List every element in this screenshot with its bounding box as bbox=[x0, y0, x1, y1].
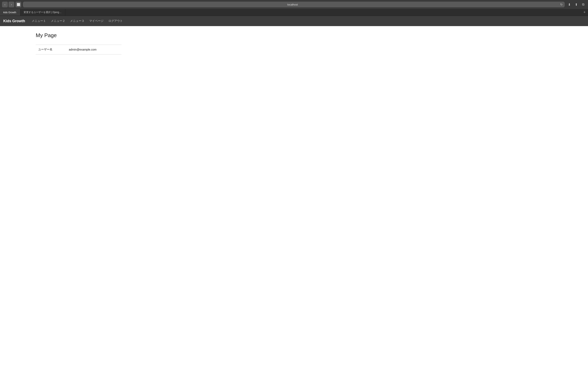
address-bar[interactable] bbox=[25, 3, 560, 6]
download-button[interactable]: ⬇ bbox=[566, 2, 572, 7]
tab-kids-growth-label: kids Growth bbox=[3, 11, 17, 14]
tab-django-admin[interactable]: 変更するユーザーを選択 | Django サイト管理 bbox=[20, 9, 65, 16]
table-row: ユーザー名 admin@example.com bbox=[36, 45, 121, 54]
user-info-table: ユーザー名 admin@example.com bbox=[36, 45, 121, 54]
back-button[interactable]: ‹ bbox=[2, 2, 8, 7]
user-label: ユーザー名 bbox=[36, 45, 66, 54]
nav-link-menu1[interactable]: メニュー１ bbox=[31, 18, 46, 24]
user-value: admin@example.com bbox=[66, 45, 121, 54]
sidebar-toggle-button[interactable]: ⬜ bbox=[16, 2, 21, 7]
tab-bar: kids Growth 変更するユーザーを選択 | Django サイト管理 + bbox=[0, 9, 588, 16]
tab-django-admin-label: 変更するユーザーを選択 | Django サイト管理 bbox=[24, 11, 62, 14]
browser-actions: ⬇ ⬆ ⧉ bbox=[566, 2, 586, 7]
app-brand[interactable]: Kids Growth bbox=[3, 19, 25, 23]
nav-link-mypage[interactable]: マイページ bbox=[89, 18, 104, 24]
browser-chrome: ‹ › ⬜ ↻ ⬇ ⬆ ⧉ bbox=[0, 0, 588, 9]
main-content: My Page ユーザー名 admin@example.com bbox=[0, 26, 588, 367]
nav-menu: メニュー１ メニュー２ メニュー３ マイページ ログアウト bbox=[31, 18, 123, 24]
nav-link-menu2[interactable]: メニュー２ bbox=[51, 18, 66, 24]
tabs-button[interactable]: ⧉ bbox=[580, 2, 586, 7]
new-tab-button[interactable]: + bbox=[581, 9, 588, 16]
tab-kids-growth[interactable]: kids Growth bbox=[0, 9, 20, 16]
nav-link-logout[interactable]: ログアウト bbox=[108, 18, 123, 24]
address-bar-container: ↻ bbox=[23, 2, 565, 7]
app-navbar: Kids Growth メニュー１ メニュー２ メニュー３ マイページ ログアウ… bbox=[0, 16, 588, 26]
share-button[interactable]: ⬆ bbox=[573, 2, 579, 7]
reload-button[interactable]: ↻ bbox=[560, 3, 563, 6]
forward-button[interactable]: › bbox=[9, 2, 14, 7]
page-title: My Page bbox=[36, 32, 552, 39]
nav-link-menu3[interactable]: メニュー３ bbox=[70, 18, 85, 24]
nav-buttons: ‹ › ⬜ bbox=[2, 2, 21, 7]
